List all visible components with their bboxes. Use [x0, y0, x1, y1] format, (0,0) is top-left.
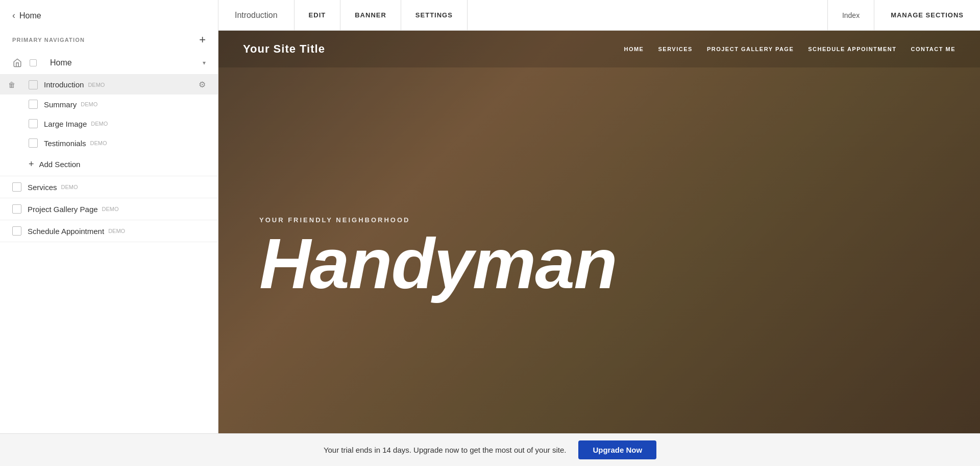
nav-item-schedule[interactable]: Schedule Appointment DEMO	[0, 220, 218, 242]
demo-badge: DEMO	[108, 228, 125, 234]
demo-badge: DEMO	[81, 101, 97, 107]
site-header: Your Site Title HOME SERVICES PROJECT GA…	[218, 31, 980, 67]
add-section-label: Add Section	[39, 160, 81, 169]
demo-badge: DEMO	[61, 184, 78, 190]
demo-badge: DEMO	[91, 121, 108, 127]
primary-nav-label: PRIMARY NAVIGATION	[12, 37, 85, 43]
nav-contact[interactable]: CONTACT ME	[911, 46, 955, 52]
sub-item-label: Large Image	[44, 120, 87, 128]
site-nav: HOME SERVICES PROJECT GALLERY PAGE SCHED…	[624, 46, 955, 52]
sub-item-large-image[interactable]: Large Image DEMO	[0, 114, 218, 133]
manage-sections-button[interactable]: MANAGE SECTIONS	[874, 0, 980, 30]
sub-item-introduction[interactable]: 🗑 Introduction DEMO ⚙	[0, 75, 218, 95]
section-name-label: Introduction	[235, 11, 278, 20]
upgrade-bar: Your trial ends in 14 days. Upgrade now …	[0, 433, 980, 466]
sub-item-label: Testimonials	[44, 139, 86, 148]
nav-schedule[interactable]: SCHEDULE APPOINTMENT	[808, 46, 896, 52]
delete-icon[interactable]: 🗑	[8, 81, 15, 89]
hero-title: Handyman	[259, 228, 939, 299]
upgrade-now-button[interactable]: Upgrade Now	[578, 440, 656, 459]
plus-icon: +	[29, 159, 34, 170]
page-icon	[30, 59, 37, 66]
upgrade-text: Your trial ends in 14 days. Upgrade now …	[324, 446, 567, 454]
page-label: Schedule Appointment	[28, 227, 104, 236]
page-icon	[12, 204, 21, 214]
sub-item-actions: ⚙	[199, 80, 206, 89]
demo-badge: DEMO	[102, 206, 119, 212]
back-button[interactable]: ‹ Home	[0, 0, 218, 29]
sidebar: ‹ Home PRIMARY NAVIGATION + Home ▾ 🗑	[0, 0, 218, 433]
add-nav-button[interactable]: +	[199, 34, 206, 45]
page-label: Project Gallery Page	[28, 205, 98, 214]
page-label: Services	[28, 183, 57, 192]
add-section-button[interactable]: + Add Section	[0, 153, 218, 176]
toolbar: Introduction EDIT BANNER SETTINGS Index …	[218, 0, 980, 31]
page-icon	[12, 226, 21, 236]
demo-badge: DEMO	[88, 82, 105, 88]
sub-items-list: 🗑 Introduction DEMO ⚙ Summary DEMO Large…	[0, 75, 218, 176]
page-icon	[29, 80, 38, 89]
home-icon	[12, 58, 22, 68]
site-preview: Your Site Title HOME SERVICES PROJECT GA…	[218, 31, 980, 433]
nav-project-gallery[interactable]: PROJECT GALLERY PAGE	[707, 46, 794, 52]
main-content: Introduction EDIT BANNER SETTINGS Index …	[218, 0, 980, 433]
sub-item-label: Summary	[44, 100, 77, 109]
sub-item-label: Introduction	[44, 80, 84, 89]
hero-subtitle: YOUR FRIENDLY NEIGHBORHOOD	[259, 216, 939, 224]
demo-badge: DEMO	[90, 140, 107, 146]
page-icon	[29, 119, 38, 128]
sub-item-summary[interactable]: Summary DEMO	[0, 95, 218, 114]
preview-frame: Your Site Title HOME SERVICES PROJECT GA…	[218, 31, 980, 433]
primary-nav-header: PRIMARY NAVIGATION +	[0, 29, 218, 52]
nav-services[interactable]: SERVICES	[658, 46, 692, 52]
page-icon	[29, 138, 38, 148]
page-icon	[12, 182, 21, 192]
chevron-down-icon: ▾	[203, 59, 206, 66]
sub-item-testimonials[interactable]: Testimonials DEMO	[0, 133, 218, 153]
home-label: Home	[50, 58, 195, 67]
settings-button[interactable]: SETTINGS	[401, 0, 468, 30]
edit-button[interactable]: EDIT	[295, 0, 341, 30]
banner-button[interactable]: BANNER	[340, 0, 401, 30]
hero-section: Your Site Title HOME SERVICES PROJECT GA…	[218, 31, 980, 433]
home-nav-item[interactable]: Home ▾	[0, 52, 218, 75]
nav-home[interactable]: HOME	[624, 46, 644, 52]
nav-item-project-gallery[interactable]: Project Gallery Page DEMO	[0, 198, 218, 220]
section-name-tab[interactable]: Introduction	[218, 0, 295, 30]
settings-icon[interactable]: ⚙	[199, 80, 206, 89]
page-icon	[29, 100, 38, 109]
back-arrow-icon: ‹	[12, 10, 15, 21]
back-label: Home	[19, 11, 41, 20]
nav-item-services[interactable]: Services DEMO	[0, 176, 218, 198]
site-logo: Your Site Title	[243, 42, 325, 56]
index-button[interactable]: Index	[827, 0, 874, 30]
